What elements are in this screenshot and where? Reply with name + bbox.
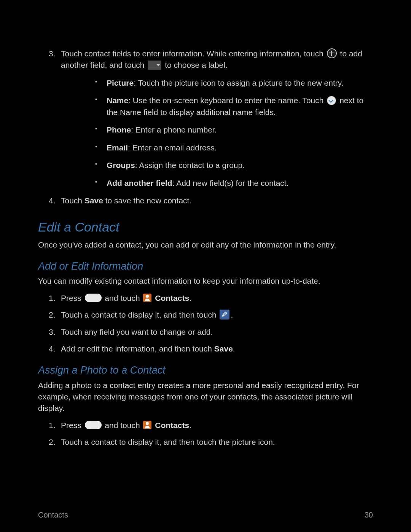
step-marker: 2. [49, 309, 56, 321]
step-3: 3. Touch contact fields to enter informa… [38, 48, 373, 189]
label-spinner-icon [148, 61, 161, 70]
addedit-s2-b: . [231, 310, 233, 319]
page: 3. Touch contact fields to enter informa… [0, 0, 411, 532]
bullet-another-label: Add another field [107, 179, 172, 187]
page-footer: Contacts 30 [38, 510, 373, 521]
field-bullets: Picture: Touch the picture icon to assig… [61, 77, 373, 189]
contacts-app-icon [143, 294, 151, 302]
bullet-name-text-a: : Use the on-screen keyboard to enter th… [128, 96, 326, 105]
home-key-icon [85, 421, 102, 429]
photo-step-1: 1. Press and touch Contacts. [38, 420, 373, 431]
bullet-another-text: : Add new field(s) for the contact. [172, 179, 289, 187]
bullet-groups-text: : Assign the contact to a group. [135, 161, 245, 169]
heading-add-edit-info: Add or Edit Information [38, 259, 373, 274]
expand-name-icon [327, 96, 336, 105]
bullet-phone-text: : Enter a phone number. [131, 125, 217, 134]
edit-intro: Once you've added a contact, you can add… [38, 239, 373, 251]
add-icon [327, 48, 337, 58]
contacts-app-icon [143, 421, 151, 429]
step-marker: 3. [49, 48, 56, 59]
step-marker: 3. [49, 326, 56, 338]
step-4-text-b: to save the new contact. [103, 196, 191, 205]
bullet-name-label: Name [107, 96, 128, 105]
bullet-email: Email: Enter an email address. [61, 142, 373, 153]
photo-intro: Adding a photo to a contact entry create… [38, 380, 373, 414]
edit-icon [220, 310, 229, 320]
create-contact-steps: 3. Touch contact fields to enter informa… [38, 48, 373, 206]
photo-step-2: 2. Touch a contact to display it, and th… [38, 436, 373, 448]
home-key-icon [85, 294, 102, 302]
step-4-bold: Save [84, 196, 103, 205]
bullet-picture: Picture: Touch the picture icon to assig… [61, 77, 373, 89]
step-marker: 4. [49, 343, 56, 355]
bullet-phone-label: Phone [107, 125, 131, 134]
addedit-s1-bold: Contacts [155, 294, 189, 302]
footer-section: Contacts [38, 510, 68, 521]
addedit-s4-b: . [233, 344, 235, 353]
addedit-s2-a: Touch a contact to display it, and then … [61, 310, 218, 319]
photo-s2: Touch a contact to display it, and then … [61, 438, 275, 446]
photo-s1-a: Press [61, 421, 84, 430]
bullet-groups-label: Groups [107, 161, 135, 169]
photo-s1-b: and touch [103, 421, 142, 430]
bullet-another: Add another field: Add new field(s) for … [61, 177, 373, 189]
photo-s1-c: . [189, 421, 191, 430]
addedit-step-2: 2. Touch a contact to display it, and th… [38, 309, 373, 321]
heading-edit-contact: Edit a Contact [38, 218, 373, 236]
addedit-s1-a: Press [61, 294, 84, 302]
step-3-text-c: to choose a label. [165, 61, 228, 69]
bullet-groups: Groups: Assign the contact to a group. [61, 160, 373, 171]
addedit-s4-a: Add or edit the information, and then to… [61, 344, 214, 353]
addedit-step-3: 3. Touch any field you want to change or… [38, 326, 373, 338]
bullet-picture-label: Picture [107, 78, 134, 87]
heading-assign-photo: Assign a Photo to a Contact [38, 363, 373, 378]
addedit-intro: You can modify existing contact informat… [38, 275, 373, 287]
addedit-s1-c: . [189, 294, 191, 302]
step-marker: 4. [49, 195, 56, 206]
footer-page: 30 [365, 510, 373, 521]
step-marker: 1. [49, 292, 56, 304]
photo-steps: 1. Press and touch Contacts. 2. Touch a … [38, 420, 373, 448]
step-4-text-a: Touch [61, 196, 84, 205]
step-marker: 2. [49, 436, 56, 448]
addedit-s4-bold: Save [214, 344, 233, 353]
step-marker: 1. [49, 420, 56, 431]
addedit-steps: 1. Press and touch Contacts. 2. Touch a … [38, 292, 373, 355]
addedit-s1-b: and touch [103, 294, 142, 302]
photo-s1-bold: Contacts [155, 421, 189, 430]
bullet-phone: Phone: Enter a phone number. [61, 124, 373, 136]
bullet-name: Name: Use the on-screen keyboard to ente… [61, 95, 373, 118]
addedit-step-1: 1. Press and touch Contacts. [38, 292, 373, 304]
step-4: 4. Touch Save to save the new contact. [38, 195, 373, 206]
bullet-email-text: : Enter an email address. [128, 143, 217, 152]
bullet-email-label: Email [107, 143, 128, 152]
bullet-picture-text: : Touch the picture icon to assign a pic… [134, 78, 343, 87]
step-3-text-a: Touch contact fields to enter informatio… [61, 49, 326, 58]
addedit-step-4: 4. Add or edit the information, and then… [38, 343, 373, 355]
addedit-s3: Touch any field you want to change or ad… [61, 328, 213, 336]
